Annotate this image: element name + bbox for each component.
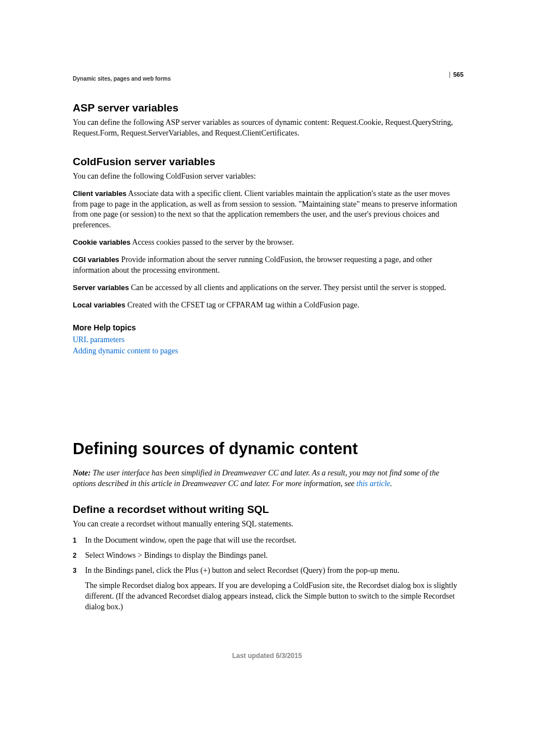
definition-item: Client variables Associate data with a s… [73, 189, 461, 231]
note-body-post: . [390, 479, 392, 488]
breadcrumb: Dynamic sites, pages and web forms [73, 76, 461, 82]
body-text: You can define the following ASP server … [73, 118, 461, 139]
term-description: Access cookies passed to the server by t… [132, 238, 294, 246]
footer-last-updated: Last updated 6/3/2015 [73, 652, 461, 660]
definition-item: CGI variables Provide information about … [73, 255, 461, 276]
term-description: Provide information about the server run… [73, 255, 432, 274]
step-text: Select Windows > Bindings to display the… [85, 551, 268, 559]
term-description: Can be accessed by all clients and appli… [131, 283, 446, 292]
heading-asp-server-variables: ASP server variables [73, 102, 461, 114]
definition-item: Cookie variables Access cookies passed t… [73, 237, 461, 248]
term-server-variables: Server variables [73, 283, 129, 292]
term-local-variables: Local variables [73, 301, 125, 309]
body-text: You can create a recordset without manua… [73, 519, 461, 530]
note-label: Note: [73, 469, 91, 477]
definition-item: Local variables Created with the CFSET t… [73, 300, 461, 311]
term-cgi-variables: CGI variables [73, 255, 119, 264]
body-text: You can define the following ColdFusion … [73, 171, 461, 182]
link-this-article[interactable]: this article [357, 479, 390, 488]
term-description: Associate data with a specific client. C… [73, 189, 457, 230]
link-adding-dynamic-content[interactable]: Adding dynamic content to pages [73, 347, 461, 356]
term-client-variables: Client variables [73, 189, 127, 198]
heading-defining-sources-dynamic-content: Defining sources of dynamic content [73, 440, 461, 458]
note-text: Note: The user interface has been simpli… [73, 468, 461, 489]
definition-item: Server variables Can be accessed by all … [73, 283, 461, 293]
heading-more-help-topics: More Help topics [73, 323, 461, 332]
step-text: In the Document window, open the page th… [85, 536, 296, 544]
heading-coldfusion-server-variables: ColdFusion server variables [73, 156, 461, 168]
step-text: In the Bindings panel, click the Plus (+… [85, 566, 400, 575]
step-item: In the Document window, open the page th… [73, 535, 461, 546]
term-description: Created with the CFSET tag or CFPARAM ta… [127, 301, 359, 309]
link-url-parameters[interactable]: URL parameters [73, 335, 461, 344]
heading-define-recordset-without-sql: Define a recordset without writing SQL [73, 503, 461, 516]
step-body: The simple Recordset dialog box appears.… [85, 581, 461, 613]
step-item: In the Bindings panel, click the Plus (+… [73, 566, 461, 613]
term-cookie-variables: Cookie variables [73, 238, 130, 246]
step-item: Select Windows > Bindings to display the… [73, 550, 461, 561]
page-number: 565 [449, 72, 463, 78]
